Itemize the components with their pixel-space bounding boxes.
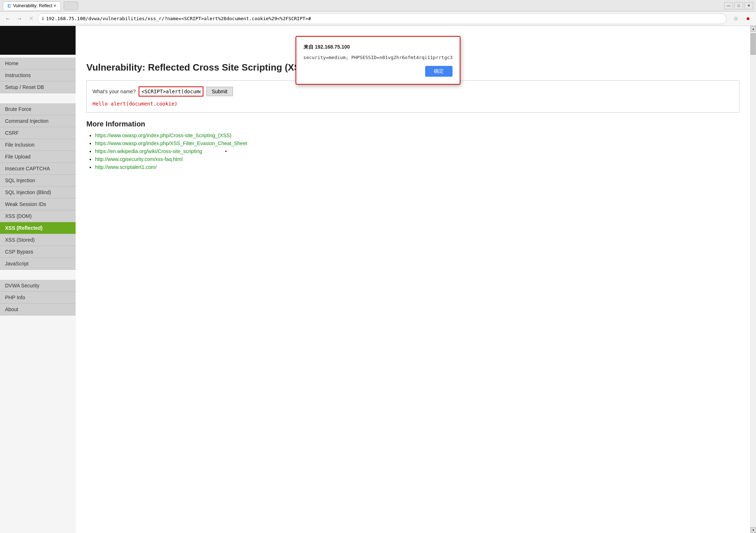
sidebar-item-csrf[interactable]: CSRF: [0, 127, 76, 139]
form-label: What's your name?: [93, 89, 136, 94]
back-button[interactable]: ←: [3, 14, 13, 24]
reload-button[interactable]: ✕: [26, 14, 36, 24]
address-bar[interactable]: [46, 16, 722, 21]
address-bar-container: ℹ: [37, 13, 726, 24]
sidebar-item-xss-reflected[interactable]: XSS (Reflected): [0, 222, 76, 234]
form-row: What's your name? Submit: [93, 86, 733, 97]
maximize-button[interactable]: □: [734, 2, 743, 9]
list-item: https://www.owasp.org/index.php/XSS_Filt…: [95, 140, 739, 146]
sidebar-item-file-upload[interactable]: File Upload: [0, 151, 76, 163]
output-text: Hello alert(document.cookie): [93, 101, 177, 107]
sidebar-item-setup[interactable]: Setup / Reset DB: [0, 81, 76, 93]
list-item: http://www.cgisecurity.com/xss-faq.html: [95, 156, 739, 162]
address-bar-actions: ☆ ●: [731, 14, 753, 24]
dialog-title: 来自 192.168.75.100: [303, 44, 453, 50]
sidebar-item-csp-bypass[interactable]: CSP Bypass: [0, 246, 76, 258]
page-content: Home Instructions Setup / Reset DB Brute…: [0, 26, 756, 533]
extension-button[interactable]: ●: [743, 14, 753, 24]
sidebar-item-sql-injection-blind[interactable]: SQL Injection (Blind): [0, 187, 76, 198]
sidebar-item-file-inclusion[interactable]: File Inclusion: [0, 139, 76, 151]
xss-form-section: What's your name? Submit Hello alert(doc…: [86, 80, 739, 113]
submit-button[interactable]: Submit: [206, 87, 233, 96]
nav-bar: ← → ✕ ℹ ☆ ●: [0, 12, 756, 26]
scroll-thumb[interactable]: [751, 33, 756, 55]
sidebar-header-space: [0, 26, 76, 55]
info-icon: ℹ: [42, 16, 44, 21]
title-bar: C Vulnerability: Reflect × — □ ✕: [0, 0, 756, 12]
sidebar-vuln-section: Brute Force Command Injection CSRF File …: [0, 100, 76, 273]
sidebar-bottom-section: DVWA Security PHP Info About: [0, 277, 76, 318]
forward-button[interactable]: →: [14, 14, 24, 24]
browser-tab[interactable]: C Vulnerability: Reflect ×: [3, 1, 61, 10]
scroll-up-arrow[interactable]: ▲: [751, 26, 756, 32]
link-wikipedia[interactable]: https://en.wikipedia.org/wiki/Cross-site…: [95, 148, 202, 154]
sidebar-top-section: Home Instructions Setup / Reset DB: [0, 55, 76, 96]
sidebar-item-dvwa-security[interactable]: DVWA Security: [0, 280, 76, 292]
list-item: https://www.owasp.org/index.php/Cross-si…: [95, 133, 739, 138]
minimize-button[interactable]: —: [724, 2, 733, 9]
title-bar-left: C Vulnerability: Reflect ×: [3, 1, 78, 10]
sidebar-item-javascript[interactable]: JavaScript: [0, 258, 76, 270]
list-item: https://en.wikipedia.org/wiki/Cross-site…: [95, 148, 739, 154]
scrollbar: ▲ ▼: [750, 26, 756, 533]
more-info-title: More Information: [86, 120, 739, 128]
dialog-message: security=medium; PHPSESSID=n01vg2hr6ofmt…: [303, 55, 453, 60]
sidebar-item-insecure-captcha[interactable]: Insecure CAPTCHA: [0, 163, 76, 175]
sidebar-item-xss-dom[interactable]: XSS (DOM): [0, 210, 76, 222]
name-input[interactable]: [139, 86, 203, 97]
sidebar-item-home[interactable]: Home: [0, 58, 76, 70]
info-links: https://www.owasp.org/index.php/Cross-si…: [86, 133, 739, 170]
sidebar-item-php-info[interactable]: PHP Info: [0, 292, 76, 304]
sidebar-item-about[interactable]: About: [0, 304, 76, 315]
link-scriptalert[interactable]: http://www.scriptalert1.com/: [95, 164, 157, 170]
sidebar: Home Instructions Setup / Reset DB Brute…: [0, 26, 76, 533]
close-button[interactable]: ✕: [744, 2, 753, 9]
dialog-ok-button[interactable]: 确定: [425, 66, 453, 77]
list-item: http://www.scriptalert1.com/: [95, 164, 739, 170]
bookmark-button[interactable]: ☆: [731, 14, 741, 24]
scroll-down-arrow[interactable]: ▼: [751, 527, 756, 533]
sidebar-item-sql-injection[interactable]: SQL Injection: [0, 175, 76, 187]
link-cgisecurity[interactable]: http://www.cgisecurity.com/xss-faq.html: [95, 156, 183, 162]
link-owasp-xss[interactable]: https://www.owasp.org/index.php/Cross-si…: [95, 133, 231, 138]
sidebar-item-instructions[interactable]: Instructions: [0, 70, 76, 81]
sidebar-item-weak-session-ids[interactable]: Weak Session IDs: [0, 198, 76, 210]
scroll-track: [751, 32, 756, 527]
tab-icon: C: [8, 3, 11, 9]
alert-dialog: 来自 192.168.75.100 security=medium; PHPSE…: [296, 36, 461, 85]
sidebar-item-command-injection[interactable]: Command Injection: [0, 115, 76, 127]
link-owasp-filter[interactable]: https://www.owasp.org/index.php/XSS_Filt…: [95, 140, 247, 146]
sidebar-item-xss-stored[interactable]: XSS (Stored): [0, 234, 76, 246]
new-tab-area: [64, 1, 78, 10]
tab-title: Vulnerability: Reflect ×: [13, 3, 56, 8]
sidebar-divider-1: [0, 96, 76, 100]
sidebar-divider-2: [0, 273, 76, 277]
title-bar-controls: — □ ✕: [724, 2, 753, 9]
main-area: Vulnerability: Reflected Cross Site Scri…: [76, 26, 750, 533]
dialog-buttons: 确定: [303, 66, 453, 77]
form-output: Hello alert(document.cookie): [93, 101, 733, 107]
sidebar-item-brute-force[interactable]: Brute Force: [0, 103, 76, 115]
